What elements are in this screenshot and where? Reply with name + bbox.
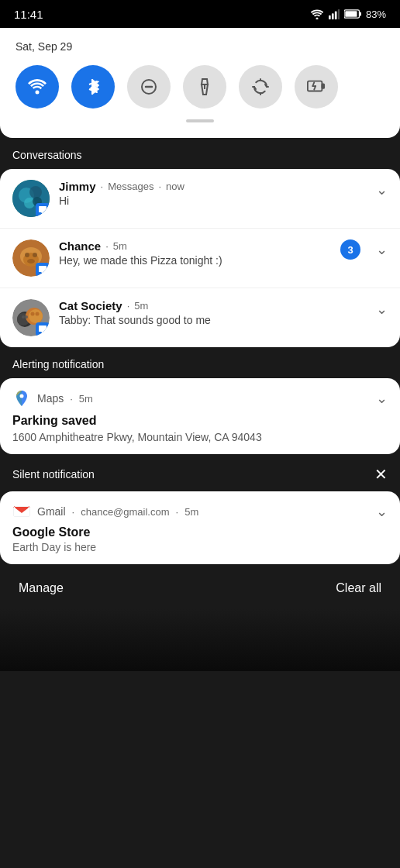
quick-settings-panel: Sat, Sep 29 bbox=[0, 28, 400, 138]
alerting-chevron[interactable]: ⌄ bbox=[376, 390, 388, 407]
jimmy-time: now bbox=[166, 181, 184, 192]
chance-content: Chance · 5m Hey, we made this Pizza toni… bbox=[59, 239, 331, 267]
wifi-toggle[interactable] bbox=[16, 65, 59, 108]
dnd-toggle[interactable] bbox=[127, 65, 171, 108]
chance-chevron[interactable]: ⌄ bbox=[370, 239, 388, 258]
signal-icon bbox=[329, 9, 340, 19]
bottom-bar: Manage Clear all bbox=[0, 567, 400, 609]
conversations-label: Conversations bbox=[12, 149, 82, 161]
svg-point-33 bbox=[29, 309, 43, 323]
bottom-background bbox=[0, 609, 400, 671]
conversations-card: Jimmy · Messages · now Hi ⌄ bbox=[0, 169, 400, 347]
jimmy-notification[interactable]: Jimmy · Messages · now Hi ⌄ bbox=[0, 169, 400, 229]
cat-society-messages-badge bbox=[36, 322, 50, 336]
chance-sender: Chance bbox=[59, 239, 101, 253]
svg-rect-7 bbox=[359, 12, 361, 16]
svg-rect-2 bbox=[332, 13, 334, 19]
gmail-title: Google Store bbox=[12, 525, 388, 539]
manage-button[interactable]: Manage bbox=[19, 581, 64, 595]
alerting-title: Parking saved bbox=[12, 414, 388, 428]
jimmy-messages-badge bbox=[36, 203, 50, 217]
conversations-header: Conversations bbox=[0, 140, 400, 167]
jimmy-sender: Jimmy bbox=[59, 180, 96, 193]
gmail-email: chance@gmail.com bbox=[81, 506, 169, 518]
svg-point-26 bbox=[25, 253, 29, 257]
svg-point-0 bbox=[316, 18, 318, 20]
cat-society-time: 5m bbox=[134, 300, 148, 312]
jimmy-content: Jimmy · Messages · now Hi bbox=[59, 180, 360, 207]
gmail-body: Earth Day is here bbox=[12, 541, 388, 553]
svg-point-37 bbox=[25, 315, 28, 319]
alerting-label: Alerting notification bbox=[12, 358, 104, 370]
quick-toggles bbox=[16, 65, 384, 108]
cat-society-content: Cat Society · 5m Tabby: That sounds good… bbox=[59, 299, 360, 326]
chance-avatar bbox=[12, 239, 50, 277]
svg-point-36 bbox=[22, 315, 25, 319]
flashlight-toggle[interactable] bbox=[183, 65, 226, 108]
svg-point-8 bbox=[36, 91, 40, 95]
chance-time: 5m bbox=[113, 240, 127, 252]
cat-society-avatar bbox=[12, 299, 50, 336]
maps-notification[interactable]: Maps · 5m ⌄ Parking saved 1600 Amphithea… bbox=[0, 378, 400, 454]
bluetooth-toggle[interactable] bbox=[71, 65, 115, 108]
svg-rect-3 bbox=[335, 12, 337, 20]
battery-percentage: 83% bbox=[366, 9, 386, 20]
alerting-time: 5m bbox=[79, 393, 93, 405]
wifi-icon bbox=[310, 9, 324, 19]
svg-point-28 bbox=[27, 259, 35, 264]
chance-messages-badge bbox=[36, 263, 50, 277]
clear-all-button[interactable]: Clear all bbox=[336, 581, 381, 595]
svg-rect-6 bbox=[345, 11, 357, 17]
svg-rect-1 bbox=[329, 16, 331, 19]
alerting-header: Alerting notification bbox=[0, 349, 400, 377]
cat-society-sender: Cat Society bbox=[59, 299, 122, 312]
svg-point-38 bbox=[20, 394, 24, 398]
alerting-body: 1600 Amphitheatre Pkwy, Mountain View, C… bbox=[12, 431, 388, 443]
maps-icon bbox=[12, 389, 31, 408]
status-bar: 11:41 83% bbox=[0, 0, 400, 28]
gmail-icon bbox=[12, 502, 31, 521]
cat-society-chevron[interactable]: ⌄ bbox=[370, 299, 388, 318]
chance-count-badge: 3 bbox=[340, 239, 360, 260]
silent-card[interactable]: Gmail · chance@gmail.com · 5m ⌄ Google S… bbox=[0, 491, 400, 564]
date-display: Sat, Sep 29 bbox=[16, 40, 384, 53]
gmail-time: 5m bbox=[184, 506, 198, 518]
svg-rect-14 bbox=[322, 84, 324, 88]
battery-saver-toggle[interactable] bbox=[295, 65, 338, 108]
jimmy-app: Messages bbox=[108, 181, 153, 192]
status-time: 11:41 bbox=[14, 8, 43, 21]
svg-rect-4 bbox=[338, 9, 340, 19]
silent-label: Silent notification bbox=[12, 468, 95, 480]
scroll-handle bbox=[186, 119, 214, 122]
gmail-app-name: Gmail bbox=[37, 505, 66, 518]
cat-society-notification[interactable]: Cat Society · 5m Tabby: That sounds good… bbox=[0, 288, 400, 347]
battery-icon bbox=[344, 9, 361, 19]
svg-point-20 bbox=[29, 186, 42, 198]
autorotate-toggle[interactable] bbox=[239, 65, 282, 108]
gmail-notification[interactable]: Gmail · chance@gmail.com · 5m ⌄ Google S… bbox=[0, 491, 400, 564]
jimmy-body: Hi bbox=[59, 195, 360, 207]
cat-society-body: Tabby: That sounds good to me bbox=[59, 314, 360, 326]
chance-notification[interactable]: Chance · 5m Hey, we made this Pizza toni… bbox=[0, 229, 400, 288]
jimmy-avatar bbox=[12, 180, 50, 217]
silent-close-icon[interactable]: ✕ bbox=[374, 465, 388, 484]
jimmy-chevron[interactable]: ⌄ bbox=[370, 180, 388, 198]
alerting-card[interactable]: Maps · 5m ⌄ Parking saved 1600 Amphithea… bbox=[0, 378, 400, 454]
svg-point-35 bbox=[36, 312, 40, 316]
svg-point-27 bbox=[33, 253, 37, 257]
status-icons: 83% bbox=[310, 9, 386, 20]
chance-body: Hey, we made this Pizza tonight :) bbox=[59, 254, 331, 267]
svg-point-34 bbox=[31, 312, 35, 316]
alerting-app-name: Maps bbox=[37, 392, 64, 405]
silent-section-header: Silent notification ✕ bbox=[0, 456, 400, 490]
gmail-chevron[interactable]: ⌄ bbox=[376, 503, 388, 520]
